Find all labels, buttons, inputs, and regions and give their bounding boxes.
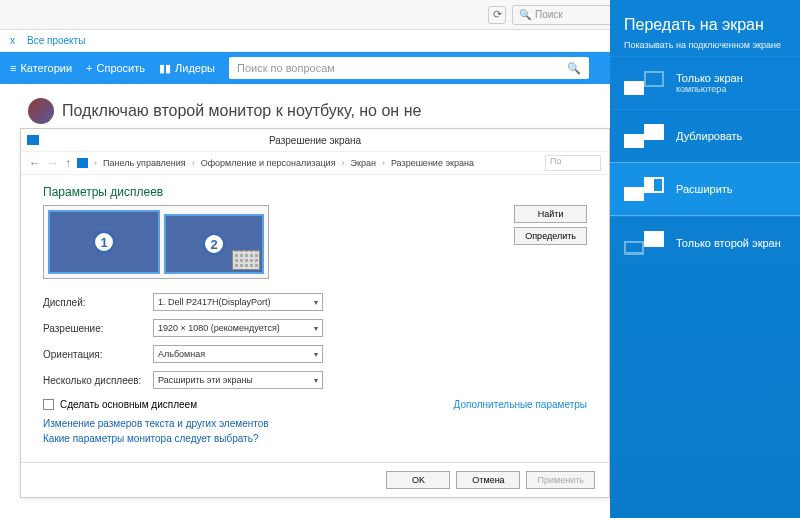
- list-icon: ≡: [10, 62, 16, 74]
- asker-avatar: [28, 98, 54, 124]
- project-pc-only[interactable]: Только экранкомпьютера: [610, 56, 800, 109]
- monitor-picker: 1 2 Найти Определить: [43, 205, 587, 279]
- label-orientation: Ориентация:: [43, 349, 153, 360]
- dialog-title: Разрешение экрана: [21, 135, 609, 146]
- project-header: Передать на экран Показывать на подключе…: [610, 0, 800, 56]
- find-button[interactable]: Найти: [514, 205, 587, 223]
- refresh-button[interactable]: ⟳: [488, 6, 506, 24]
- crumb-search[interactable]: По: [545, 155, 601, 171]
- help-links: Изменение размеров текста и других элеме…: [43, 418, 587, 444]
- label-resolution: Разрешение:: [43, 323, 153, 334]
- site-search-input[interactable]: Поиск по вопросам 🔍: [229, 57, 589, 79]
- site-search-placeholder: Поиск по вопросам: [237, 62, 335, 74]
- project-title: Передать на экран: [624, 16, 786, 34]
- label-multi: Несколько дисплеев:: [43, 375, 153, 386]
- multi-select[interactable]: Расширить эти экраны▾: [153, 371, 323, 389]
- section-title: Параметры дисплеев: [43, 185, 587, 199]
- primary-checkbox-row: Сделать основным дисплеем Дополнительные…: [43, 399, 587, 410]
- monitor-help-link[interactable]: Какие параметры монитора следует выбрать…: [43, 433, 587, 444]
- ask-button[interactable]: + Спросить: [86, 62, 145, 74]
- monitor-1[interactable]: 1: [48, 210, 160, 274]
- project-panel: Передать на экран Показывать на подключе…: [610, 0, 800, 518]
- project-extend[interactable]: Расширить: [610, 162, 800, 216]
- second-only-icon: [624, 231, 664, 255]
- pc-only-icon: [624, 71, 664, 95]
- categories-button[interactable]: ≡ Категории: [10, 62, 72, 74]
- detect-button[interactable]: Определить: [514, 227, 587, 245]
- project-subtitle: Показывать на подключенном экране: [624, 40, 786, 50]
- up-button[interactable]: ↑: [65, 156, 71, 170]
- text-size-link[interactable]: Изменение размеров текста и других элеме…: [43, 418, 587, 429]
- dialog-body: Параметры дисплеев 1 2 Найти Определить …: [21, 175, 609, 462]
- question-header: Подключаю второй монитор к ноутбуку, но …: [28, 98, 590, 124]
- ok-button[interactable]: OK: [386, 471, 450, 489]
- primary-checkbox[interactable]: [43, 399, 54, 410]
- settings-form: Дисплей: 1. Dell P2417H(DisplayPort)▾ Ра…: [43, 293, 587, 389]
- crumb-screen[interactable]: Экран: [351, 158, 376, 168]
- cancel-button[interactable]: Отмена: [456, 471, 520, 489]
- monitor-2[interactable]: 2: [164, 214, 264, 274]
- primary-checkbox-label: Сделать основным дисплеем: [60, 399, 197, 410]
- forward-button[interactable]: →: [47, 156, 59, 170]
- plus-icon: +: [86, 62, 92, 74]
- question-title: Подключаю второй монитор к ноутбуку, но …: [62, 102, 421, 120]
- all-projects-link[interactable]: Все проекты: [27, 35, 85, 46]
- project-second-only[interactable]: Только второй экран: [610, 216, 800, 269]
- dialog-titlebar: Разрешение экрана: [21, 129, 609, 151]
- close-link[interactable]: x: [10, 35, 15, 46]
- extend-icon: [624, 177, 664, 201]
- browser-search-placeholder: Поиск: [535, 9, 563, 20]
- monitor-icon: [27, 135, 39, 145]
- orientation-select[interactable]: Альбомная▾: [153, 345, 323, 363]
- control-panel-icon: [77, 158, 88, 168]
- project-duplicate[interactable]: Дублировать: [610, 109, 800, 162]
- breadcrumb: ← → ↑ › Панель управления › Оформление и…: [21, 151, 609, 175]
- search-icon: 🔍: [519, 9, 531, 20]
- extra-params-link[interactable]: Дополнительные параметры: [454, 399, 587, 410]
- crumb-control-panel[interactable]: Панель управления: [103, 158, 186, 168]
- display-select[interactable]: 1. Dell P2417H(DisplayPort)▾: [153, 293, 323, 311]
- monitor-canvas[interactable]: 1 2: [43, 205, 269, 279]
- crumb-resolution[interactable]: Разрешение экрана: [391, 158, 474, 168]
- chart-icon: ▮▮: [159, 62, 171, 75]
- label-display: Дисплей:: [43, 297, 153, 308]
- back-button[interactable]: ←: [29, 156, 41, 170]
- apply-button[interactable]: Применить: [526, 471, 595, 489]
- search-icon: 🔍: [567, 62, 581, 75]
- crumb-appearance[interactable]: Оформление и персонализация: [201, 158, 336, 168]
- duplicate-icon: [624, 124, 664, 148]
- resolution-select[interactable]: 1920 × 1080 (рекомендуется)▾: [153, 319, 323, 337]
- leaders-button[interactable]: ▮▮ Лидеры: [159, 62, 215, 75]
- resolution-dialog: Разрешение экрана ← → ↑ › Панель управле…: [20, 128, 610, 498]
- content-area: Подключаю второй монитор к ноутбуку, но …: [0, 84, 610, 518]
- dialog-footer: OK Отмена Применить: [21, 462, 609, 497]
